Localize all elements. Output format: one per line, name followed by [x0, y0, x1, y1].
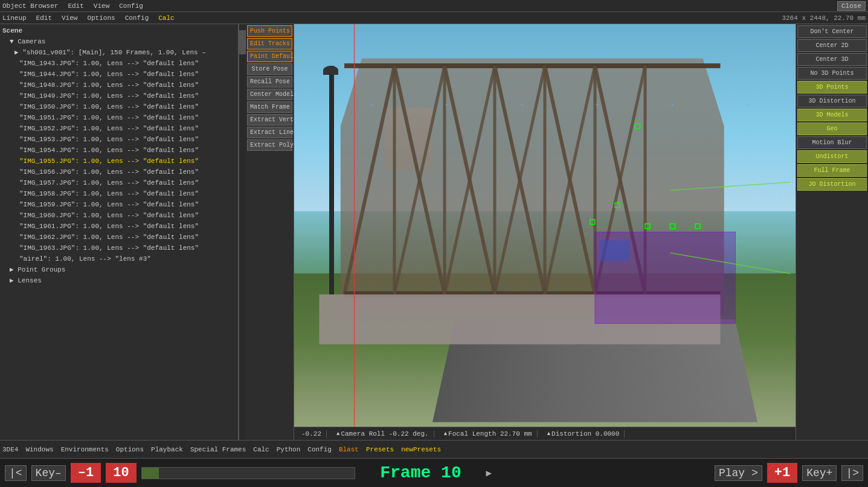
playback-bar: |< Key– –1 10 Frame 10 ▶ Play > +1 Key+ …	[0, 458, 868, 487]
img-1944[interactable]: "IMG_1944.JPG": 1.00, Lens --> "default …	[0, 69, 238, 80]
viewport-statusbar: -0.22 ▲ Camera Roll -0.22 deg. ▲ Focal L…	[294, 427, 796, 440]
taskbar-options[interactable]: Options	[116, 446, 144, 453]
paint-defaults-btn[interactable]: Paint Defaults	[247, 51, 292, 62]
3d-distortion-btn[interactable]: 3D Distortion	[797, 95, 867, 107]
menu-options[interactable]: Options	[87, 14, 115, 22]
edit-tracks-btn[interactable]: Edit Tracks	[247, 38, 292, 49]
taskbar-environments[interactable]: Environments	[61, 446, 109, 453]
frame-plus-btn[interactable]: +1	[767, 463, 797, 483]
status-value: -0.22	[297, 430, 327, 438]
left-panel: Scene ▼ Cameras ▶ "sh001_v001": [Main], …	[0, 24, 239, 440]
img-1962[interactable]: "IMG_1962.JPG": 1.00, Lens --> "default …	[0, 232, 238, 243]
center-models-btn[interactable]: Center Models	[247, 89, 292, 100]
scrollbar-thumb[interactable]	[239, 30, 246, 54]
frame-minus-btn[interactable]: –1	[71, 463, 101, 483]
geo-btn[interactable]: Geo	[797, 123, 867, 135]
right-panel: Don't Center Center 2D Center 3D No 3D P…	[796, 24, 868, 440]
center-2d-btn[interactable]: Center 2D	[797, 39, 867, 52]
img-1952[interactable]: "IMG_1952.JPG": 1.00, Lens --> "default …	[0, 123, 238, 134]
key-start-btn[interactable]: |<	[5, 465, 27, 481]
frame-label: Frame 10	[360, 463, 481, 482]
img-1957[interactable]: "IMG_1957.JPG": 1.00, Lens --> "default …	[0, 177, 238, 188]
tree-scrollbar[interactable]	[239, 24, 246, 440]
img-1963[interactable]: "IMG_1963.JPG": 1.00, Lens --> "default …	[0, 243, 238, 253]
img-1943[interactable]: "IMG_1943.JPG": 1.00, Lens --> "default …	[0, 58, 238, 69]
menu-object-browser[interactable]: Object Browser	[2, 2, 58, 10]
bridge-main	[320, 45, 746, 315]
taskbar-new-presets[interactable]: newPresets	[401, 446, 441, 453]
focal-arrow: ▲	[444, 431, 447, 437]
lenses[interactable]: ▶ Lenses	[0, 275, 238, 286]
distortion-arrow: ▲	[547, 431, 550, 437]
menu-config-top[interactable]: Config	[119, 2, 143, 10]
full-frame-btn[interactable]: Full Frame	[797, 164, 867, 177]
recall-pose-btn[interactable]: Recall Pose	[247, 76, 292, 88]
center-3d-btn[interactable]: Center 3D	[797, 53, 867, 66]
road-element	[432, 320, 757, 423]
taskbar-blast[interactable]: Blast	[339, 446, 359, 453]
timeline-cursor-icon: ▶	[486, 467, 492, 479]
3d-models-btn[interactable]: 3D Models	[797, 109, 867, 121]
img-1949[interactable]: "IMG_1949.JPG": 1.00, Lens --> "default …	[0, 91, 238, 101]
key-prev-btn[interactable]: Key–	[31, 465, 66, 481]
menu-lineup[interactable]: Lineup	[2, 14, 27, 22]
extract-polygon-btn[interactable]: Extract Polygon	[247, 139, 292, 151]
cameras-header[interactable]: ▼ Cameras	[0, 36, 238, 47]
viewport-image: + + + + + + + + + + + +	[294, 24, 796, 440]
menu-view-second[interactable]: View	[62, 14, 77, 22]
img-1951[interactable]: "IMG_1951.JPG": 1.00, Lens --> "default …	[0, 112, 238, 123]
no-3d-points-btn[interactable]: No 3D Points	[797, 67, 867, 80]
dont-center-btn[interactable]: Don't Center	[797, 25, 867, 38]
taskbar-python[interactable]: Python	[277, 446, 301, 453]
extract-line-btn[interactable]: Extract Line	[247, 127, 292, 138]
img-1948[interactable]: "IMG_1948.JPG": 1.00, Lens --> "default …	[0, 80, 238, 91]
camera-main[interactable]: ▶ "sh001_v001": [Main], 150 Frames, 1.00…	[0, 47, 238, 58]
top-menubar: Object Browser Edit View Config Close	[0, 0, 868, 12]
taskbar-special-frames[interactable]: Special Frames	[190, 446, 246, 453]
img-1958[interactable]: "IMG_1958.JPG": 1.00, Lens --> "default …	[0, 188, 238, 199]
menu-edit-top[interactable]: Edit	[68, 2, 83, 10]
img-1954[interactable]: "IMG_1954.JPG": 1.00, Lens --> "default …	[0, 145, 238, 156]
status-focal-length: ▲ Focal Length 22.70 mm	[439, 430, 538, 438]
left-panel-container: Scene ▼ Cameras ▶ "sh001_v001": [Main], …	[0, 24, 294, 440]
airel[interactable]: "airel": 1.00, Lens --> "lens #3"	[0, 253, 238, 264]
img-1956[interactable]: "IMG_1956.JPG": 1.00, Lens --> "default …	[0, 167, 238, 177]
menu-calc[interactable]: Calc	[158, 14, 174, 22]
img-1960[interactable]: "IMG_1960.JPG": 1.00, Lens --> "default …	[0, 210, 238, 221]
main-content: Scene ▼ Cameras ▶ "sh001_v001": [Main], …	[0, 24, 868, 440]
status-camera-roll: ▲ Camera Roll -0.22 deg.	[332, 430, 434, 438]
taskbar-playback[interactable]: Playback	[151, 446, 183, 453]
status-distortion: ▲ Distortion 0.0000	[542, 430, 625, 438]
taskbar-3de4[interactable]: 3DE4	[2, 446, 18, 453]
play-button[interactable]: Play >	[715, 465, 762, 481]
taskbar-windows[interactable]: Windows	[25, 446, 53, 453]
close-button[interactable]: Close	[837, 1, 866, 11]
img-1959[interactable]: "IMG_1959.JPG": 1.00, Lens --> "default …	[0, 199, 238, 210]
taskbar-presets[interactable]: Presets	[366, 446, 394, 453]
img-1955[interactable]: "IMG_1955.JPG": 1.00, Lens --> "default …	[0, 156, 238, 167]
taskbar-calc[interactable]: Calc	[253, 446, 269, 453]
store-pose-btn[interactable]: Store Pose	[247, 63, 292, 75]
menu-edit-second[interactable]: Edit	[36, 14, 52, 22]
extract-vertex-btn[interactable]: Extract Vertex	[247, 114, 292, 126]
img-1950[interactable]: "IMG_1950.JPG": 1.00, Lens --> "default …	[0, 101, 238, 112]
jo-distortion-btn[interactable]: JO Distortion	[797, 178, 867, 191]
viewport-area[interactable]: + + + + + + + + + + + +	[294, 24, 796, 440]
motion-blur-btn[interactable]: Motion Blur	[797, 136, 867, 149]
key-next-btn[interactable]: Key+	[802, 465, 837, 481]
img-1953[interactable]: "IMG_1953.JPG": 1.00, Lens --> "default …	[0, 134, 238, 145]
menu-view-top[interactable]: View	[94, 2, 109, 10]
key-end-btn[interactable]: |>	[841, 465, 863, 481]
undistort-btn[interactable]: Undistort	[797, 150, 867, 163]
timeline-progress	[142, 468, 159, 479]
push-points-btn[interactable]: Push Points	[247, 25, 292, 37]
match-frame-btn[interactable]: Match Frame	[247, 101, 292, 113]
lamp-head	[323, 66, 338, 75]
3d-points-btn[interactable]: 3D Points	[797, 81, 867, 94]
scene-tree[interactable]: Scene ▼ Cameras ▶ "sh001_v001": [Main], …	[0, 24, 238, 440]
img-1961[interactable]: "IMG_1961.JPG": 1.00, Lens --> "default …	[0, 221, 238, 232]
taskbar-config[interactable]: Config	[307, 446, 332, 453]
playback-timeline[interactable]	[141, 467, 356, 479]
menu-config-second[interactable]: Config	[125, 14, 149, 22]
point-groups[interactable]: ▶ Point Groups	[0, 264, 238, 275]
